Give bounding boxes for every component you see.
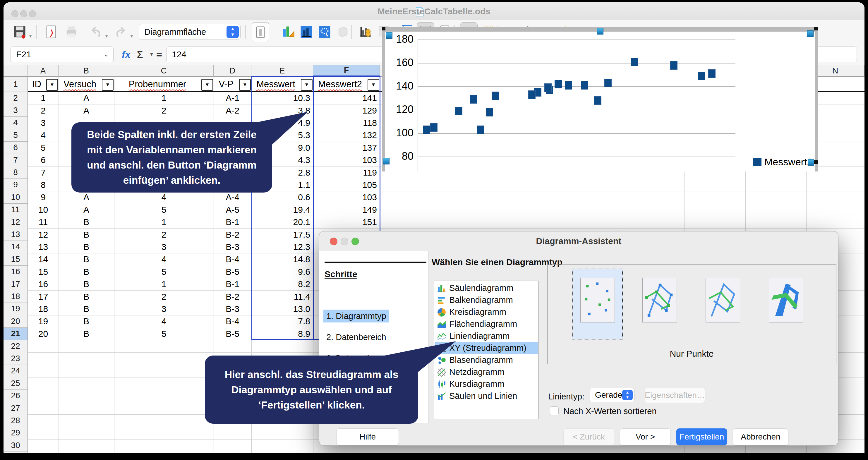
help-button[interactable]: Hilfe <box>336 428 399 446</box>
cell-B2[interactable]: A <box>59 92 114 104</box>
row-header-24[interactable]: 24 <box>3 365 28 377</box>
cell-C3[interactable]: 2 <box>114 104 214 117</box>
cell-B19[interactable]: B <box>59 303 114 315</box>
equals-icon[interactable]: = <box>156 47 162 62</box>
cell-D18[interactable]: B-2 <box>214 290 251 303</box>
cell-D13[interactable]: B-2 <box>214 228 251 241</box>
cell-B18[interactable]: B <box>59 290 114 303</box>
chart-type-item[interactable]: Kreisdiagramm <box>435 306 538 318</box>
row-header-29[interactable]: 29 <box>3 427 28 439</box>
row-header-2[interactable]: 2 <box>3 92 28 104</box>
cell-B16[interactable]: B <box>59 266 114 278</box>
selector-stepper-icon[interactable]: ▲▼ <box>226 26 239 38</box>
column-header-B[interactable]: B <box>59 65 114 77</box>
wizard-step-2[interactable]: 2. Datenbereich <box>323 331 389 343</box>
cell-A12[interactable]: 11 <box>28 216 59 228</box>
cell-B14[interactable]: B <box>59 241 114 253</box>
cell-A8[interactable]: 7 <box>28 166 59 179</box>
row-header-23[interactable]: 23 <box>3 352 28 365</box>
cell-C21[interactable]: 5 <box>114 328 214 340</box>
cell-C11[interactable]: 5 <box>114 204 214 216</box>
cell-D17[interactable]: B-1 <box>214 278 251 290</box>
row-header-9[interactable]: 9 <box>3 179 28 191</box>
sidebar-toggle-icon[interactable] <box>252 22 269 42</box>
redo-icon[interactable] <box>113 22 129 41</box>
cell-B3[interactable]: A <box>59 104 114 117</box>
data-point[interactable] <box>544 83 552 92</box>
cell-D14[interactable]: B-3 <box>214 241 251 253</box>
chart-legend[interactable]: Messwert2 <box>753 156 812 168</box>
cell-D16[interactable]: B-5 <box>214 266 251 278</box>
column-header-F[interactable]: F <box>313 65 380 77</box>
cell-A4[interactable]: 3 <box>28 117 59 129</box>
cell-C16[interactable]: 5 <box>114 266 214 278</box>
sum-dropdown-icon[interactable]: ▼ <box>149 47 154 62</box>
row-header-6[interactable]: 6 <box>3 142 28 154</box>
row-header-17[interactable]: 17 <box>3 278 28 290</box>
data-point[interactable] <box>631 58 638 66</box>
cell-C13[interactable]: 2 <box>114 228 214 241</box>
data-point[interactable] <box>492 92 499 100</box>
cell-D20[interactable]: B-4 <box>214 315 251 328</box>
data-point[interactable] <box>430 123 437 132</box>
chart-edit-frame-right[interactable] <box>815 27 818 172</box>
data-point[interactable] <box>604 79 612 87</box>
autofilter-icon[interactable]: ▼ <box>102 79 114 91</box>
cell-A10[interactable]: 9 <box>28 191 59 203</box>
data-point[interactable] <box>555 80 562 88</box>
cell-C17[interactable]: 1 <box>114 278 214 290</box>
row-header-13[interactable]: 13 <box>3 228 28 241</box>
next-button[interactable]: Vor > <box>620 428 671 446</box>
chart-type-item[interactable]: Säulendiagramm <box>435 282 538 294</box>
export-pdf-icon[interactable] <box>43 22 60 41</box>
cell-C15[interactable]: 4 <box>114 253 214 266</box>
row-header-25[interactable]: 25 <box>3 377 28 390</box>
cell-C19[interactable]: 3 <box>114 303 214 315</box>
autofilter-icon[interactable]: ▼ <box>202 79 213 91</box>
save-icon-dropdown[interactable]: ▾ <box>29 33 32 39</box>
points-and-lines-variant[interactable] <box>642 278 677 323</box>
line-type-select[interactable]: Gerade ▲▼ <box>590 388 634 402</box>
chart-edit-frame-left[interactable] <box>382 27 385 172</box>
function-wizard-icon[interactable]: fx <box>122 47 130 62</box>
data-point[interactable] <box>565 81 572 90</box>
autofilter-icon[interactable]: ▼ <box>239 79 251 91</box>
data-point[interactable] <box>581 81 588 90</box>
chart-handle[interactable] <box>814 27 818 30</box>
chart-element-selector[interactable]: Diagrammfläche ▲▼ <box>139 24 241 40</box>
cell-D19[interactable]: B-3 <box>214 303 251 315</box>
cell-B11[interactable]: A <box>59 204 114 216</box>
row-header-10[interactable]: 10 <box>3 191 28 203</box>
cell-A7[interactable]: 6 <box>28 154 59 166</box>
chart-type-item[interactable]: Säulen und Linien <box>435 390 538 402</box>
chart-type-item[interactable]: Balkendiagramm <box>435 294 538 306</box>
select-all-corner[interactable] <box>3 65 28 77</box>
chart-handle[interactable] <box>382 27 385 30</box>
row-header-8[interactable]: 8 <box>3 166 28 179</box>
cell-C10[interactable]: 4 <box>114 191 214 203</box>
row-header-30[interactable]: 30 <box>3 439 28 452</box>
data-point[interactable] <box>708 69 716 78</box>
lines-only-variant[interactable] <box>706 278 740 323</box>
properties-button[interactable]: Eigenschaften… <box>645 388 705 403</box>
cell-A14[interactable]: 13 <box>28 241 59 253</box>
column-header-D[interactable]: D <box>214 65 251 77</box>
row-header-7[interactable]: 7 <box>3 154 28 166</box>
row-header-12[interactable]: 12 <box>3 216 28 228</box>
row-header-20[interactable]: 20 <box>3 315 28 328</box>
data-point[interactable] <box>455 107 462 115</box>
row-header-14[interactable]: 14 <box>3 241 28 253</box>
data-point[interactable] <box>486 108 493 117</box>
row-header-16[interactable]: 16 <box>3 266 28 278</box>
cell-A21[interactable]: 20 <box>28 328 59 340</box>
chart-type-item[interactable]: Blasendiagramm <box>435 354 538 366</box>
chart-handle[interactable] <box>386 32 393 39</box>
cell-C12[interactable]: 1 <box>114 216 214 228</box>
cell-A15[interactable]: 14 <box>28 253 59 266</box>
chart-type-item[interactable]: Liniendiagramm <box>435 330 538 342</box>
data-point[interactable] <box>698 72 705 80</box>
cell-D3[interactable]: A-2 <box>214 104 251 117</box>
cell-A13[interactable]: 12 <box>28 228 59 241</box>
wizard-step-1[interactable]: 1. Diagrammtyp <box>323 310 389 323</box>
row-header-27[interactable]: 27 <box>3 402 28 415</box>
